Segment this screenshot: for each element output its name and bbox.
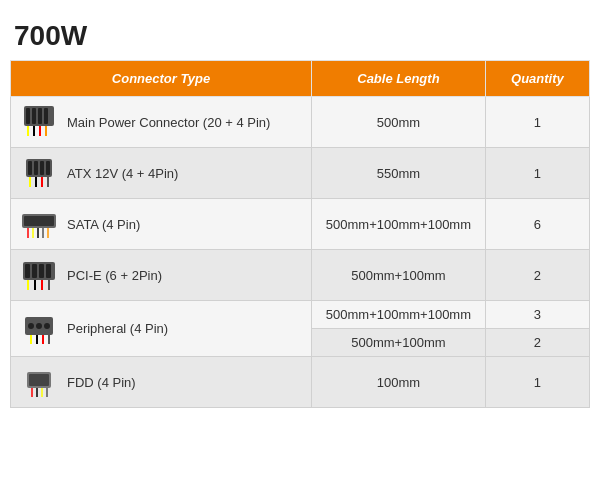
svg-rect-1: [26, 108, 30, 124]
connector-cell: Peripheral (4 Pin): [11, 301, 312, 357]
connector-name: Peripheral (4 Pin): [67, 321, 303, 336]
length-cell: 500mm+100mm+100mm: [312, 199, 486, 250]
main-power-icon: [19, 103, 59, 141]
connector-name: Main Power Connector (20 + 4 Pin): [67, 115, 303, 130]
connector-name: ATX 12V (4 + 4Pin): [67, 166, 303, 181]
svg-rect-4: [44, 108, 48, 124]
length-cell: 500mm+100mm: [312, 250, 486, 301]
svg-point-37: [44, 323, 50, 329]
sata-icon: [19, 205, 59, 243]
quantity-cell: 6: [485, 199, 589, 250]
fdd-icon: [19, 363, 59, 401]
atx12v-icon: [19, 154, 59, 192]
connector-name: PCI-E (6 + 2Pin): [67, 268, 303, 283]
length-cell: 500mm+100mm: [312, 329, 486, 357]
svg-rect-29: [46, 264, 51, 278]
svg-rect-26: [25, 264, 30, 278]
connector-name: FDD (4 Pin): [67, 375, 303, 390]
quantity-cell: 2: [485, 250, 589, 301]
length-cell: 500mm+100mm+100mm: [312, 301, 486, 329]
connector-cell: SATA (4 Pin): [11, 199, 312, 250]
svg-rect-10: [28, 161, 32, 175]
table-row: PCI-E (6 + 2Pin) 500mm+100mm2: [11, 250, 590, 301]
table-row: Main Power Connector (20 + 4 Pin) 500mm1: [11, 97, 590, 148]
svg-rect-3: [38, 108, 42, 124]
connector-cell: PCI-E (6 + 2Pin): [11, 250, 312, 301]
length-cell: 100mm: [312, 357, 486, 408]
table-row: ATX 12V (4 + 4Pin) 550mm1: [11, 148, 590, 199]
length-cell: 500mm: [312, 97, 486, 148]
svg-rect-28: [39, 264, 44, 278]
svg-rect-2: [32, 108, 36, 124]
header-length: Cable Length: [312, 61, 486, 97]
svg-rect-27: [32, 264, 37, 278]
page-title: 700W: [10, 20, 590, 52]
svg-point-35: [28, 323, 34, 329]
svg-rect-19: [24, 216, 54, 226]
specs-table: Connector Type Cable Length Quantity Mai…: [10, 60, 590, 408]
header-connector: Connector Type: [11, 61, 312, 97]
svg-rect-13: [46, 161, 50, 175]
svg-point-36: [36, 323, 42, 329]
peripheral-icon: [19, 310, 59, 348]
table-row: SATA (4 Pin) 500mm+100mm+100mm6: [11, 199, 590, 250]
page-wrapper: 700W Connector Type Cable Length Quantit…: [0, 0, 600, 418]
quantity-cell: 2: [485, 329, 589, 357]
svg-rect-12: [40, 161, 44, 175]
connector-cell: ATX 12V (4 + 4Pin): [11, 148, 312, 199]
table-row: FDD (4 Pin) 100mm1: [11, 357, 590, 408]
quantity-cell: 3: [485, 301, 589, 329]
quantity-cell: 1: [485, 148, 589, 199]
connector-cell: Main Power Connector (20 + 4 Pin): [11, 97, 312, 148]
connector-name: SATA (4 Pin): [67, 217, 303, 232]
header-quantity: Quantity: [485, 61, 589, 97]
svg-rect-43: [29, 374, 49, 386]
pcie-icon: [19, 256, 59, 294]
quantity-cell: 1: [485, 357, 589, 408]
table-row: Peripheral (4 Pin) 500mm+100mm+100mm3: [11, 301, 590, 329]
quantity-cell: 1: [485, 97, 589, 148]
svg-rect-11: [34, 161, 38, 175]
length-cell: 550mm: [312, 148, 486, 199]
table-header-row: Connector Type Cable Length Quantity: [11, 61, 590, 97]
connector-cell: FDD (4 Pin): [11, 357, 312, 408]
